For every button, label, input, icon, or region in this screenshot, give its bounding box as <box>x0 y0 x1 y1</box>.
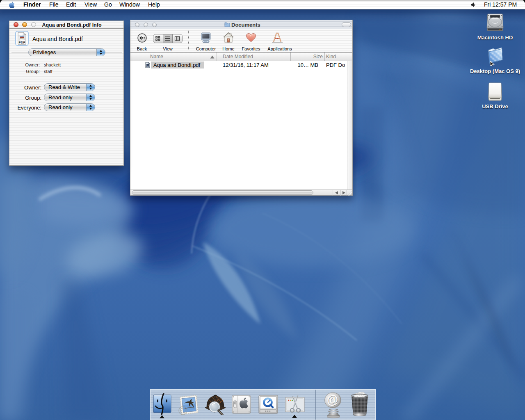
svg-text:PDF: PDF <box>146 66 150 68</box>
svg-text:PDF: PDF <box>19 41 25 44</box>
